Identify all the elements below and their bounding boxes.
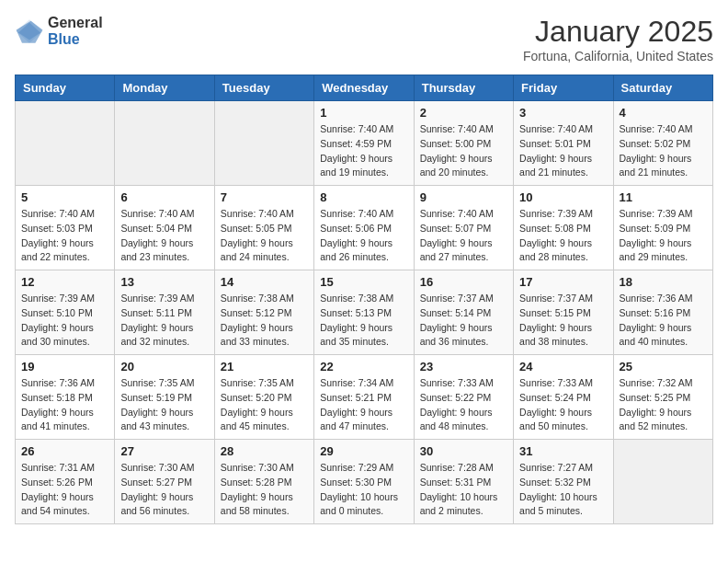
- day-cell: [214, 101, 313, 186]
- day-number: 15: [320, 275, 407, 289]
- day-cell: 30Sunrise: 7:28 AM Sunset: 5:31 PM Dayli…: [414, 440, 513, 524]
- weekday-header-wednesday: Wednesday: [314, 75, 414, 101]
- day-info: Sunrise: 7:36 AM Sunset: 5:18 PM Dayligh…: [21, 376, 108, 434]
- day-info: Sunrise: 7:27 AM Sunset: 5:32 PM Dayligh…: [519, 461, 607, 519]
- day-number: 21: [221, 360, 308, 373]
- day-cell: 7Sunrise: 7:40 AM Sunset: 5:05 PM Daylig…: [214, 186, 313, 270]
- day-cell: 27Sunrise: 7:30 AM Sunset: 5:27 PM Dayli…: [115, 440, 214, 524]
- svg-marker-2: [17, 20, 43, 42]
- day-cell: 19Sunrise: 7:36 AM Sunset: 5:18 PM Dayli…: [16, 355, 115, 440]
- day-cell: 18Sunrise: 7:36 AM Sunset: 5:16 PM Dayli…: [613, 270, 712, 355]
- day-cell: 6Sunrise: 7:40 AM Sunset: 5:04 PM Daylig…: [115, 186, 214, 270]
- day-info: Sunrise: 7:30 AM Sunset: 5:27 PM Dayligh…: [120, 461, 208, 519]
- day-cell: 11Sunrise: 7:39 AM Sunset: 5:09 PM Dayli…: [613, 186, 712, 270]
- day-cell: 14Sunrise: 7:38 AM Sunset: 5:12 PM Dayli…: [214, 270, 313, 355]
- month-title: January 2025: [523, 15, 713, 49]
- logo-general-text: General: [48, 15, 103, 31]
- day-info: Sunrise: 7:39 AM Sunset: 5:09 PM Dayligh…: [620, 207, 707, 265]
- day-info: Sunrise: 7:37 AM Sunset: 5:14 PM Dayligh…: [420, 292, 507, 350]
- day-number: 30: [420, 444, 507, 458]
- day-info: Sunrise: 7:32 AM Sunset: 5:25 PM Dayligh…: [620, 376, 707, 434]
- calendar-table: SundayMondayTuesdayWednesdayThursdayFrid…: [15, 75, 713, 524]
- weekday-header-saturday: Saturday: [613, 75, 712, 101]
- day-cell: 8Sunrise: 7:40 AM Sunset: 5:06 PM Daylig…: [314, 186, 414, 270]
- week-row-1: 1Sunrise: 7:40 AM Sunset: 4:59 PM Daylig…: [16, 101, 713, 186]
- day-cell: 2Sunrise: 7:40 AM Sunset: 5:00 PM Daylig…: [414, 101, 513, 186]
- day-cell: 20Sunrise: 7:35 AM Sunset: 5:19 PM Dayli…: [115, 355, 214, 440]
- day-number: 28: [221, 444, 308, 458]
- day-info: Sunrise: 7:40 AM Sunset: 4:59 PM Dayligh…: [320, 122, 407, 180]
- day-number: 27: [120, 444, 208, 458]
- day-info: Sunrise: 7:34 AM Sunset: 5:21 PM Dayligh…: [320, 376, 407, 434]
- day-info: Sunrise: 7:28 AM Sunset: 5:31 PM Dayligh…: [420, 461, 507, 519]
- weekday-header-tuesday: Tuesday: [214, 75, 313, 101]
- day-number: 2: [420, 106, 507, 120]
- day-number: 14: [221, 275, 308, 289]
- day-number: 1: [320, 106, 407, 120]
- day-info: Sunrise: 7:40 AM Sunset: 5:05 PM Dayligh…: [221, 207, 308, 265]
- location-text: Fortuna, California, United States: [523, 49, 713, 63]
- day-info: Sunrise: 7:39 AM Sunset: 5:10 PM Dayligh…: [21, 292, 108, 350]
- day-number: 17: [519, 275, 607, 289]
- day-number: 23: [420, 360, 507, 373]
- day-info: Sunrise: 7:29 AM Sunset: 5:30 PM Dayligh…: [320, 461, 407, 519]
- logo-blue-text: Blue: [48, 31, 103, 48]
- day-cell: 26Sunrise: 7:31 AM Sunset: 5:26 PM Dayli…: [16, 440, 115, 524]
- day-cell: 3Sunrise: 7:40 AM Sunset: 5:01 PM Daylig…: [514, 101, 613, 186]
- day-number: 4: [620, 106, 707, 120]
- day-number: 10: [519, 190, 607, 204]
- day-info: Sunrise: 7:39 AM Sunset: 5:11 PM Dayligh…: [120, 292, 208, 350]
- day-number: 22: [320, 360, 407, 373]
- day-number: 29: [320, 444, 407, 458]
- page-header: General Blue January 2025 Fortuna, Calif…: [15, 15, 713, 63]
- day-info: Sunrise: 7:38 AM Sunset: 5:13 PM Dayligh…: [320, 292, 407, 350]
- weekday-header-thursday: Thursday: [414, 75, 513, 101]
- day-number: 24: [519, 360, 607, 373]
- day-cell: 9Sunrise: 7:40 AM Sunset: 5:07 PM Daylig…: [414, 186, 513, 270]
- weekday-header-friday: Friday: [514, 75, 613, 101]
- logo-text: General Blue: [48, 15, 103, 47]
- day-info: Sunrise: 7:30 AM Sunset: 5:28 PM Dayligh…: [221, 461, 308, 519]
- day-cell: 24Sunrise: 7:33 AM Sunset: 5:24 PM Dayli…: [514, 355, 613, 440]
- day-cell: 28Sunrise: 7:30 AM Sunset: 5:28 PM Dayli…: [214, 440, 313, 524]
- day-number: 3: [519, 106, 607, 120]
- day-cell: [115, 101, 214, 186]
- day-info: Sunrise: 7:40 AM Sunset: 5:02 PM Dayligh…: [620, 122, 707, 180]
- day-cell: 21Sunrise: 7:35 AM Sunset: 5:20 PM Dayli…: [214, 355, 313, 440]
- weekday-header-monday: Monday: [115, 75, 214, 101]
- day-info: Sunrise: 7:38 AM Sunset: 5:12 PM Dayligh…: [221, 292, 308, 350]
- day-info: Sunrise: 7:39 AM Sunset: 5:08 PM Dayligh…: [519, 207, 607, 265]
- day-info: Sunrise: 7:36 AM Sunset: 5:16 PM Dayligh…: [620, 292, 707, 350]
- day-number: 13: [120, 275, 208, 289]
- week-row-4: 19Sunrise: 7:36 AM Sunset: 5:18 PM Dayli…: [16, 355, 713, 440]
- day-info: Sunrise: 7:40 AM Sunset: 5:04 PM Dayligh…: [120, 207, 208, 265]
- day-info: Sunrise: 7:40 AM Sunset: 5:06 PM Dayligh…: [320, 207, 407, 265]
- day-number: 19: [21, 360, 108, 373]
- day-number: 16: [420, 275, 507, 289]
- day-info: Sunrise: 7:40 AM Sunset: 5:03 PM Dayligh…: [21, 207, 108, 265]
- day-info: Sunrise: 7:40 AM Sunset: 5:01 PM Dayligh…: [519, 122, 607, 180]
- title-section: January 2025 Fortuna, California, United…: [523, 15, 713, 63]
- day-info: Sunrise: 7:31 AM Sunset: 5:26 PM Dayligh…: [21, 461, 108, 519]
- day-number: 11: [620, 190, 707, 204]
- day-info: Sunrise: 7:35 AM Sunset: 5:20 PM Dayligh…: [221, 376, 308, 434]
- day-info: Sunrise: 7:33 AM Sunset: 5:24 PM Dayligh…: [519, 376, 607, 434]
- day-number: 25: [620, 360, 707, 373]
- day-cell: 25Sunrise: 7:32 AM Sunset: 5:25 PM Dayli…: [613, 355, 712, 440]
- weekday-header-row: SundayMondayTuesdayWednesdayThursdayFrid…: [16, 75, 713, 101]
- day-cell: 1Sunrise: 7:40 AM Sunset: 4:59 PM Daylig…: [314, 101, 414, 186]
- logo: General Blue: [15, 15, 103, 47]
- day-number: 18: [620, 275, 707, 289]
- day-cell: 17Sunrise: 7:37 AM Sunset: 5:15 PM Dayli…: [514, 270, 613, 355]
- day-number: 31: [519, 444, 607, 458]
- day-number: 8: [320, 190, 407, 204]
- day-cell: 22Sunrise: 7:34 AM Sunset: 5:21 PM Dayli…: [314, 355, 414, 440]
- day-number: 12: [21, 275, 108, 289]
- day-cell: [613, 440, 712, 524]
- day-number: 5: [21, 190, 108, 204]
- logo-icon: [15, 17, 44, 46]
- day-cell: 12Sunrise: 7:39 AM Sunset: 5:10 PM Dayli…: [16, 270, 115, 355]
- day-info: Sunrise: 7:40 AM Sunset: 5:00 PM Dayligh…: [420, 122, 507, 180]
- day-info: Sunrise: 7:37 AM Sunset: 5:15 PM Dayligh…: [519, 292, 607, 350]
- week-row-2: 5Sunrise: 7:40 AM Sunset: 5:03 PM Daylig…: [16, 186, 713, 270]
